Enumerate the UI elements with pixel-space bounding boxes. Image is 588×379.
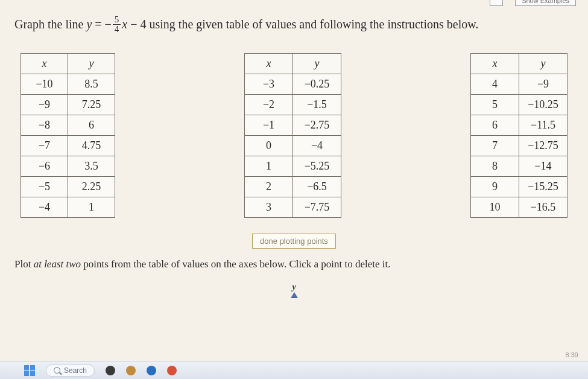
cell-y: 7.25 <box>68 94 115 115</box>
table-row: 6−11.5 <box>471 115 567 135</box>
table-row: 2−6.5 <box>245 176 341 197</box>
table-row: −97.25 <box>21 94 115 115</box>
neg-sign: − <box>105 18 112 31</box>
table-row: 1−5.25 <box>245 156 341 176</box>
table-row: 7−12.75 <box>471 135 567 156</box>
cell-x: −10 <box>21 74 68 94</box>
cell-x: −9 <box>21 94 68 115</box>
table-row: 9−15.25 <box>471 176 567 197</box>
search-label: Search <box>64 366 87 375</box>
taskbar-app-1-icon[interactable] <box>106 366 115 375</box>
prompt-text-2: − 4 using the given table of values and … <box>127 18 478 31</box>
top-button-1[interactable] <box>490 0 503 6</box>
done-row: done plotting points <box>14 234 574 249</box>
cell-y: 3.5 <box>68 156 115 176</box>
cell-x: −5 <box>21 176 68 197</box>
cell-y: −11.5 <box>519 115 567 135</box>
plot-instruction: Plot at least two points from the table … <box>14 257 574 272</box>
cell-y: 6 <box>68 115 115 135</box>
table-row: 4−9 <box>471 74 567 94</box>
cell-y: −2.75 <box>293 115 341 135</box>
fraction-den: 4 <box>113 25 121 34</box>
cell-x: 10 <box>471 197 519 217</box>
col-y: y <box>68 53 115 74</box>
taskbar: Search <box>0 361 588 379</box>
top-button-row: Show Examples <box>490 0 576 6</box>
col-x: x <box>471 53 519 74</box>
cell-y: −16.5 <box>519 197 567 217</box>
cell-y: 2.25 <box>68 176 115 197</box>
cell-x: 8 <box>471 156 519 176</box>
windows-start-icon[interactable] <box>24 365 35 376</box>
cell-y: −1.5 <box>293 94 341 115</box>
instr-p2: points from the table of values on the a… <box>81 258 391 270</box>
cell-y: −5.25 <box>293 156 341 176</box>
tables-row: x y −108.5−97.25−86−74.75−63.5−52.25−41 … <box>14 53 574 218</box>
cell-x: 3 <box>245 197 293 217</box>
value-table-1: x y −108.5−97.25−86−74.75−63.5−52.25−41 <box>21 53 115 218</box>
taskbar-search[interactable]: Search <box>46 365 95 377</box>
page-number: 8:39 <box>566 351 578 358</box>
tbody-1: −108.5−97.25−86−74.75−63.5−52.25−41 <box>21 74 115 217</box>
cell-x: −4 <box>21 197 68 217</box>
fraction: 54 <box>113 15 121 34</box>
table-row: −74.75 <box>21 135 115 156</box>
search-icon <box>54 367 60 374</box>
col-x: x <box>21 53 68 74</box>
cell-x: 1 <box>245 156 293 176</box>
table-row: 3−7.75 <box>245 197 341 217</box>
cell-x: −1 <box>245 115 293 135</box>
cell-y: −0.25 <box>293 74 341 94</box>
cell-x: 0 <box>245 135 293 156</box>
value-table-3: x y 4−95−10.256−11.57−12.758−149−15.2510… <box>470 53 567 218</box>
cell-y: −15.25 <box>519 176 567 197</box>
table-row: 10−16.5 <box>471 197 567 217</box>
eq-sign: = <box>92 18 104 31</box>
table-row: −63.5 <box>21 156 115 176</box>
cell-x: 6 <box>471 115 519 135</box>
var-y: y <box>86 18 92 31</box>
cell-x: 4 <box>471 74 519 94</box>
table-row: 0−4 <box>245 135 341 156</box>
table-row: −41 <box>21 197 115 217</box>
table-row: −108.5 <box>21 74 115 94</box>
cell-x: 2 <box>245 176 293 197</box>
instr-em: at least two <box>34 258 81 270</box>
table-row: −1−2.75 <box>245 115 341 135</box>
value-table-2: x y −3−0.25−2−1.5−1−2.750−41−5.252−6.53−… <box>244 53 341 218</box>
cell-x: 7 <box>471 135 519 156</box>
axis-label-y: y <box>14 282 574 292</box>
col-y: y <box>293 53 341 74</box>
table-row: −52.25 <box>21 176 115 197</box>
taskbar-app-3-icon[interactable] <box>147 366 156 375</box>
tbody-3: 4−95−10.256−11.57−12.758−149−15.2510−16.… <box>471 74 567 217</box>
cell-y: −14 <box>519 156 567 176</box>
table-row: −3−0.25 <box>245 74 341 94</box>
col-y: y <box>519 53 567 74</box>
axis-arrow-icon <box>291 292 298 298</box>
cell-y: −12.75 <box>519 135 567 156</box>
cell-x: −3 <box>245 74 293 94</box>
table-row: −2−1.5 <box>245 94 341 115</box>
instr-p1: Plot <box>14 258 34 270</box>
cell-y: −4 <box>293 135 341 156</box>
cell-x: 5 <box>471 94 519 115</box>
top-button-examples[interactable]: Show Examples <box>515 0 576 6</box>
col-x: x <box>245 53 293 74</box>
cell-y: −9 <box>519 74 567 94</box>
cell-x: 9 <box>471 176 519 197</box>
cell-y: 8.5 <box>68 74 115 94</box>
cell-x: −8 <box>21 115 68 135</box>
cell-x: −7 <box>21 135 68 156</box>
taskbar-app-4-icon[interactable] <box>167 366 177 375</box>
cell-y: 4.75 <box>68 135 115 156</box>
taskbar-app-2-icon[interactable] <box>126 366 136 375</box>
table-row: 8−14 <box>471 156 567 176</box>
question-prompt: Graph the line y = −54x − 4 using the gi… <box>14 16 574 35</box>
table-row: 5−10.25 <box>471 94 567 115</box>
table-row: −86 <box>21 115 115 135</box>
cell-y: 1 <box>68 197 115 217</box>
fraction-num: 5 <box>113 15 121 25</box>
cell-y: −6.5 <box>293 176 341 197</box>
done-plotting-button[interactable]: done plotting points <box>252 234 336 249</box>
